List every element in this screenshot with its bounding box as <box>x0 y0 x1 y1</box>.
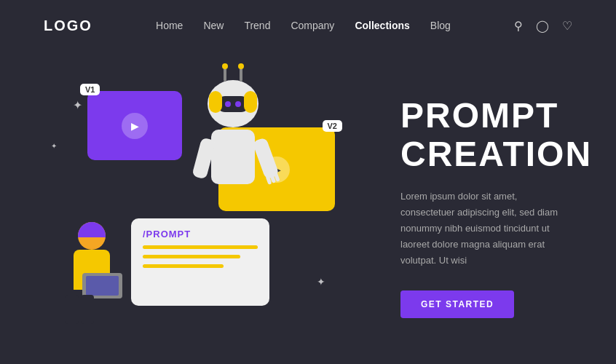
navbar: LOGO Home New Trend Company Collections … <box>0 0 616 51</box>
sparkle-icon-3: ✦ <box>317 276 325 288</box>
robot-body <box>211 130 255 184</box>
antenna-right <box>240 67 242 82</box>
nav-company[interactable]: Company <box>291 20 334 31</box>
leg-right <box>81 295 94 324</box>
nav-collections[interactable]: Collections <box>355 20 409 31</box>
prompt-line-2 <box>143 255 240 258</box>
search-icon[interactable]: ⚲ <box>514 19 523 33</box>
robot-head <box>208 80 258 127</box>
headphone-right <box>244 91 257 113</box>
prompt-card: /PROMPT <box>131 218 269 306</box>
user-icon[interactable]: ◯ <box>536 19 549 33</box>
person-head <box>78 222 106 250</box>
heart-icon[interactable]: ♡ <box>562 19 572 33</box>
nav-new[interactable]: New <box>203 20 224 31</box>
nav-blog[interactable]: Blog <box>430 20 451 31</box>
prompt-line-1 <box>143 245 258 249</box>
robot-eye-left <box>225 101 231 107</box>
play-button-v1[interactable]: ▶ <box>122 113 148 139</box>
sparkle-icon-1: ✦ <box>73 98 82 112</box>
card-v2-badge: V2 <box>323 120 342 132</box>
nav-home[interactable]: Home <box>156 20 183 31</box>
nav-trend[interactable]: Trend <box>244 20 270 31</box>
logo: LOGO <box>44 17 92 34</box>
laptop-screen <box>86 276 119 296</box>
prompt-line-3 <box>143 264 224 268</box>
hero-content: PROMPT CREATION Lorem ipsum dolor sit am… <box>379 97 592 318</box>
person-legs <box>66 295 94 324</box>
person-hair <box>78 222 106 237</box>
card-v1: V1 ▶ <box>87 91 182 160</box>
hero-title: PROMPT CREATION <box>400 97 592 174</box>
person-illustration <box>62 222 135 324</box>
prompt-label: /PROMPT <box>143 229 258 240</box>
robot-arm-right <box>252 137 280 180</box>
robot-eye-right <box>235 101 241 107</box>
nav-links: Home New Trend Company Collections Blog <box>156 19 451 32</box>
headphone-left <box>209 91 222 113</box>
sparkle-icon-2: ✦ <box>51 142 57 150</box>
robot-illustration <box>186 80 280 226</box>
nav-icon-group: ⚲ ◯ ♡ <box>514 19 572 33</box>
illustration: ✦ ✦ ✦ V1 ▶ V2 ▶ /PROMPT <box>44 69 379 346</box>
hero-description: Lorem ipsum dolor sit amet, consectetuer… <box>400 189 561 269</box>
leg-left <box>66 295 79 324</box>
cta-button[interactable]: GET STARTED <box>400 290 514 318</box>
hero-section: ✦ ✦ ✦ V1 ▶ V2 ▶ /PROMPT <box>0 51 616 364</box>
card-v1-badge: V1 <box>80 84 100 95</box>
antenna-left <box>224 67 226 82</box>
